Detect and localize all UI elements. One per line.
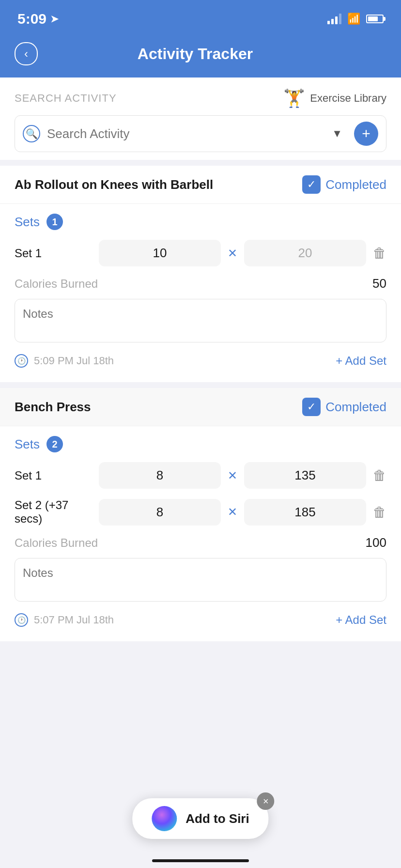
exercise-library-button[interactable]: 🏋 Exercise Library — [283, 88, 386, 108]
delete-set-icon-2-1[interactable]: 🗑 — [373, 467, 386, 483]
completed-label-1: Completed — [325, 177, 386, 192]
sets-count-1: 1 — [46, 214, 63, 230]
search-label: SEARCH ACTIVITY — [15, 92, 117, 105]
activity-body-2: Sets 2 Set 1 ✕ 🗑 Set 2 (+37 secs) ✕ 🗑 Ca… — [0, 426, 401, 641]
set-label-2-1: Set 1 — [15, 469, 92, 482]
library-icon: 🏋 — [283, 88, 305, 108]
weight-input-2-1[interactable] — [244, 462, 366, 489]
calories-label-1: Calories Burned — [15, 277, 98, 291]
reps-input-1-1[interactable] — [99, 240, 221, 266]
multiply-icon-2-2: ✕ — [228, 505, 237, 519]
delete-set-icon-1-1[interactable]: 🗑 — [373, 245, 386, 261]
close-icon: × — [263, 796, 269, 807]
calories-row-1: Calories Burned 50 — [15, 276, 386, 291]
home-indicator — [152, 859, 249, 862]
timestamp-2: 🕐 5:07 PM Jul 18th — [15, 613, 114, 627]
completed-checkbox-2[interactable]: ✓ — [302, 398, 321, 416]
time-label-1: 5:09 PM Jul 18th — [34, 355, 114, 367]
delete-set-icon-2-2[interactable]: 🗑 — [373, 504, 386, 520]
completed-badge-1[interactable]: ✓ Completed — [302, 175, 386, 194]
footer-row-2: 🕐 5:07 PM Jul 18th + Add Set — [15, 613, 386, 632]
exercise-library-label: Exercise Library — [310, 92, 386, 105]
completed-label-2: Completed — [325, 400, 386, 415]
siri-banner: × Add to Siri — [132, 798, 268, 839]
sets-label-2: Sets — [15, 437, 40, 452]
set-row-2-1: Set 1 ✕ 🗑 — [15, 462, 386, 489]
status-icons: 📶 — [327, 13, 384, 25]
set-row-2-2: Set 2 (+37 secs) ✕ 🗑 — [15, 498, 386, 526]
clock-icon-1: 🕐 — [15, 354, 28, 368]
add-activity-button[interactable]: + — [354, 122, 378, 146]
time-label-2: 5:07 PM Jul 18th — [34, 614, 114, 626]
notes-input-2[interactable] — [15, 558, 386, 602]
completed-badge-2[interactable]: ✓ Completed — [302, 398, 386, 416]
timestamp-1: 🕐 5:09 PM Jul 18th — [15, 354, 114, 368]
clock-icon-2: 🕐 — [15, 613, 28, 627]
set-label-1-1: Set 1 — [15, 247, 92, 260]
siri-close-button[interactable]: × — [257, 792, 275, 810]
add-set-label-2: + Add Set — [336, 613, 386, 627]
activity-header-2: Bench Press ✓ Completed — [0, 388, 401, 426]
status-bar: 5:09 ➤ 📶 — [0, 0, 401, 34]
location-icon: ➤ — [50, 13, 59, 25]
multiply-icon-2-1: ✕ — [228, 469, 237, 482]
completed-checkbox-1[interactable]: ✓ — [302, 175, 321, 194]
back-chevron-icon: ‹ — [24, 47, 28, 61]
siri-label: Add to Siri — [185, 811, 249, 826]
activity-card-1: Ab Rollout on Knees with Barbell ✓ Compl… — [0, 166, 401, 382]
notes-input-1[interactable] — [15, 299, 386, 342]
sets-count-2: 2 — [46, 436, 63, 452]
reps-input-2-1[interactable] — [99, 462, 221, 489]
calories-value-2: 100 — [366, 535, 386, 550]
multiply-icon: ✕ — [228, 247, 237, 260]
calories-row-2: Calories Burned 100 — [15, 535, 386, 550]
app-header: ‹ Activity Tracker — [0, 34, 401, 78]
calories-label-2: Calories Burned — [15, 536, 98, 550]
activity-name-2: Bench Press — [15, 400, 294, 415]
activity-header-1: Ab Rollout on Knees with Barbell ✓ Compl… — [0, 166, 401, 204]
sets-row-1: Sets 1 — [15, 214, 386, 230]
activity-name-1: Ab Rollout on Knees with Barbell — [15, 177, 294, 192]
sets-label-1: Sets — [15, 215, 40, 230]
add-set-button-2[interactable]: + Add Set — [336, 613, 386, 627]
add-set-label-1: + Add Set — [336, 354, 386, 368]
activity-body-1: Sets 1 Set 1 ✕ 🗑 Calories Burned 50 🕐 5:… — [0, 204, 401, 382]
add-set-button-1[interactable]: + Add Set — [336, 354, 386, 368]
wifi-icon: 📶 — [347, 13, 360, 25]
search-icon: 🔍 — [23, 125, 40, 142]
set-label-2-2: Set 2 (+37 secs) — [15, 498, 92, 526]
search-section: SEARCH ACTIVITY 🏋 Exercise Library 🔍 ▼ + — [0, 78, 401, 160]
sets-row-2: Sets 2 — [15, 436, 386, 452]
signal-bars — [327, 14, 341, 24]
reps-input-2-2[interactable] — [99, 499, 221, 526]
siri-icon — [152, 806, 177, 831]
time-display: 5:09 — [17, 11, 46, 27]
weight-input-2-2[interactable] — [244, 499, 366, 526]
search-label-row: SEARCH ACTIVITY 🏋 Exercise Library — [15, 88, 386, 108]
chevron-down-icon[interactable]: ▼ — [332, 127, 342, 140]
set-row-1-1: Set 1 ✕ 🗑 — [15, 240, 386, 266]
status-time: 5:09 ➤ — [17, 11, 59, 27]
footer-row-1: 🕐 5:09 PM Jul 18th + Add Set — [15, 354, 386, 372]
calories-value-1: 50 — [372, 276, 386, 291]
search-input[interactable] — [47, 126, 325, 141]
activity-card-2: Bench Press ✓ Completed Sets 2 Set 1 ✕ 🗑… — [0, 388, 401, 641]
search-bar: 🔍 ▼ + — [15, 115, 386, 152]
weight-input-1-1[interactable] — [244, 240, 366, 266]
battery-icon — [366, 15, 384, 23]
page-title: Activity Tracker — [38, 45, 353, 63]
back-button[interactable]: ‹ — [15, 42, 38, 65]
